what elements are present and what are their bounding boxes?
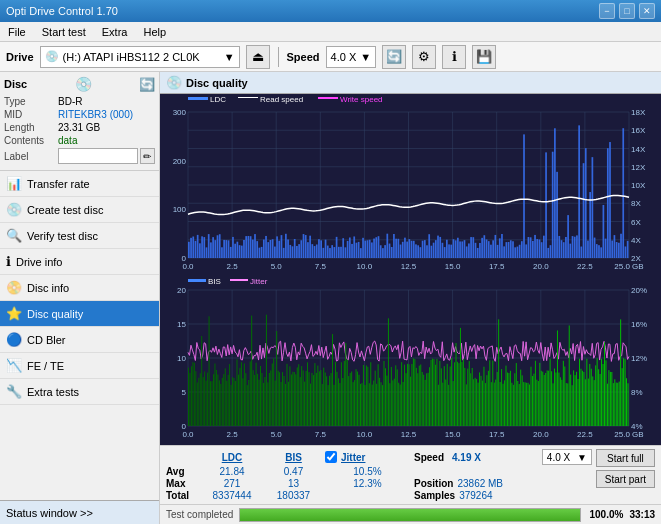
disc-panel-icon: 💿 [75, 76, 92, 92]
charts-area [160, 94, 661, 445]
drive-label: Drive [6, 51, 34, 63]
save-button[interactable]: 💾 [472, 45, 496, 69]
menu-start-test[interactable]: Start test [38, 25, 90, 39]
action-buttons: Start full Start part [596, 449, 655, 488]
avg-jitter: 10.5% [325, 466, 410, 477]
nav-disc-quality[interactable]: ⭐ Disc quality [0, 301, 159, 327]
app-title: Opti Drive Control 1.70 [6, 5, 118, 17]
start-full-button[interactable]: Start full [596, 449, 655, 467]
jitter-checkbox[interactable] [325, 451, 337, 463]
nav-drive-info[interactable]: ℹ Drive info [0, 249, 159, 275]
disc-mid-row: MID RITEKBR3 (000) [4, 109, 155, 120]
speed-header: Speed [414, 452, 444, 463]
drive-dropdown-arrow: ▼ [224, 51, 235, 63]
nav-disc-info[interactable]: 📀 Disc info [0, 275, 159, 301]
max-jitter: 12.3% [325, 478, 410, 489]
avg-speed-value: 4.19 X [452, 452, 481, 463]
refresh-button[interactable]: 🔄 [382, 45, 406, 69]
speed-dropdown[interactable]: 4.0 X ▼ [542, 449, 592, 465]
nav-transfer-rate-label: Transfer rate [27, 178, 90, 190]
settings-button[interactable]: ⚙ [412, 45, 436, 69]
ldc-header: LDC [202, 452, 262, 463]
disc-quality-icon: ⭐ [6, 306, 22, 321]
bis-jitter-chart [160, 276, 661, 444]
nav-verify-test-disc[interactable]: 🔍 Verify test disc [0, 223, 159, 249]
stats-area: LDC BIS Jitter Speed 4.19 X 4.0 X [160, 445, 661, 504]
speed-dropdown-value: 4.0 X [547, 452, 570, 463]
avg-ldc: 21.84 [202, 466, 262, 477]
disc-label-row: Label ✏ [4, 148, 155, 164]
main-layout: Disc 💿 🔄 Type BD-R MID RITEKBR3 (000) Le… [0, 72, 661, 524]
speed-selector[interactable]: 4.0 X ▼ [326, 46, 377, 68]
nav-drive-info-label: Drive info [16, 256, 62, 268]
speed-dropdown-arrow: ▼ [577, 452, 587, 463]
nav-create-test-disc[interactable]: 💿 Create test disc [0, 197, 159, 223]
nav-extra-tests[interactable]: 🔧 Extra tests [0, 379, 159, 405]
position-value: 23862 MB [457, 478, 503, 489]
disc-label-edit-button[interactable]: ✏ [140, 148, 155, 164]
menu-help[interactable]: Help [139, 25, 170, 39]
drive-selector[interactable]: 💿 (H:) ATAPI iHBS112 2 CL0K ▼ [40, 46, 240, 68]
progress-percent: 100.0% [587, 509, 623, 520]
drive-icon: 💿 [45, 50, 59, 63]
speed-section: Speed 4.19 X [414, 452, 481, 463]
nav-fe-te[interactable]: 📉 FE / TE [0, 353, 159, 379]
progress-area: Test completed 100.0% 33:13 [160, 504, 661, 524]
menu-file[interactable]: File [4, 25, 30, 39]
menubar: File Start test Extra Help [0, 22, 661, 42]
window-controls: − □ ✕ [599, 3, 655, 19]
extra-tests-icon: 🔧 [6, 384, 22, 399]
dq-title: Disc quality [186, 77, 248, 89]
speed-dropdown-area: 4.0 X ▼ [542, 449, 592, 465]
verify-test-disc-icon: 🔍 [6, 228, 22, 243]
disc-label-input[interactable] [58, 148, 138, 164]
fe-te-icon: 📉 [6, 358, 22, 373]
info-button[interactable]: ℹ [442, 45, 466, 69]
disc-info-icon: 📀 [6, 280, 22, 295]
transfer-rate-icon: 📊 [6, 176, 22, 191]
cd-bler-icon: 🔵 [6, 332, 22, 347]
avg-label: Avg [166, 466, 198, 477]
ldc-read-speed-chart [160, 94, 661, 276]
status-window[interactable]: Status window >> [0, 500, 159, 524]
titlebar: Opti Drive Control 1.70 − □ ✕ [0, 0, 661, 22]
position-label: Position [414, 478, 453, 489]
nav-disc-info-label: Disc info [27, 282, 69, 294]
disc-panel-title: Disc [4, 78, 27, 90]
max-bis: 13 [266, 478, 321, 489]
progress-bar-fill [240, 509, 580, 521]
disc-type-value: BD-R [58, 96, 82, 107]
drive-toolbar: Drive 💿 (H:) ATAPI iHBS112 2 CL0K ▼ ⏏ Sp… [0, 42, 661, 72]
nav-create-test-disc-label: Create test disc [27, 204, 103, 216]
progress-bar [239, 508, 581, 522]
jitter-section: Jitter [325, 451, 410, 463]
nav-items: 📊 Transfer rate 💿 Create test disc 🔍 Ver… [0, 171, 159, 405]
speed-value: 4.0 X [331, 51, 357, 63]
menu-extra[interactable]: Extra [98, 25, 132, 39]
dq-panel-header: 💿 Disc quality [160, 72, 661, 94]
stats-table: LDC BIS Jitter Speed 4.19 X 4.0 X [166, 449, 592, 501]
progress-time: 33:13 [629, 509, 655, 520]
nav-verify-test-disc-label: Verify test disc [27, 230, 98, 242]
jitter-header: Jitter [341, 452, 365, 463]
eject-button[interactable]: ⏏ [246, 45, 270, 69]
nav-transfer-rate[interactable]: 📊 Transfer rate [0, 171, 159, 197]
bis-header: BIS [266, 452, 321, 463]
disc-length-value: 23.31 GB [58, 122, 100, 133]
maximize-button[interactable]: □ [619, 3, 635, 19]
nav-cd-bler-label: CD Bler [27, 334, 66, 346]
nav-cd-bler[interactable]: 🔵 CD Bler [0, 327, 159, 353]
progress-status: Test completed [166, 509, 233, 520]
content-area: 💿 Disc quality LDC BIS [160, 72, 661, 524]
start-part-button[interactable]: Start part [596, 470, 655, 488]
speed-dropdown-arrow: ▼ [360, 51, 371, 63]
minimize-button[interactable]: − [599, 3, 615, 19]
close-button[interactable]: ✕ [639, 3, 655, 19]
sidebar: Disc 💿 🔄 Type BD-R MID RITEKBR3 (000) Le… [0, 72, 160, 524]
disc-contents-value: data [58, 135, 77, 146]
drive-value: (H:) ATAPI iHBS112 2 CL0K [63, 51, 200, 63]
disc-mid-value: RITEKBR3 (000) [58, 109, 133, 120]
disc-refresh-button[interactable]: 🔄 [139, 77, 155, 92]
status-window-label: Status window >> [6, 507, 93, 519]
dq-icon: 💿 [166, 75, 182, 90]
